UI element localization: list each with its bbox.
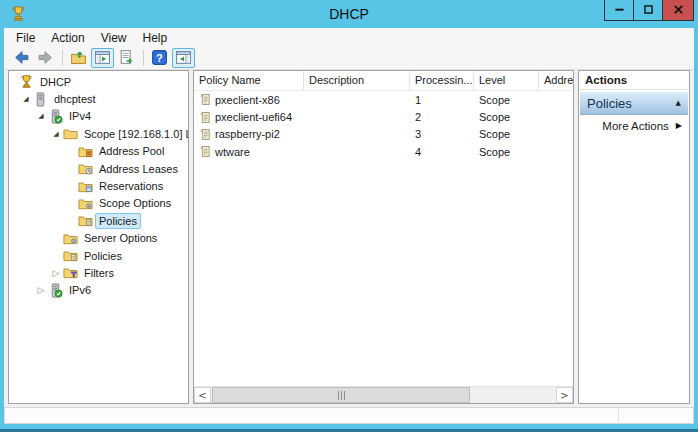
tree-item-server-policies[interactable]: Policies <box>9 247 188 264</box>
tree-item-reservations[interactable]: Reservations <box>9 177 188 194</box>
policy-name-text: pxeclient-uefi64 <box>215 111 292 123</box>
toolbar: ? <box>4 47 694 70</box>
show-console-tree-icon <box>94 49 111 68</box>
policy-row-raspberry-pi2[interactable]: raspberry-pi23Scope <box>194 126 573 143</box>
toolbar-show-console-tree-button[interactable] <box>91 48 114 68</box>
toolbar-show-action-pane-button[interactable] <box>172 48 195 68</box>
column-header-description[interactable]: Description <box>304 71 410 90</box>
maximize-button[interactable] <box>633 0 663 21</box>
expanded-arrow-icon[interactable]: ◢ <box>19 95 33 103</box>
more-actions-button[interactable]: More Actions ▶ <box>579 115 689 136</box>
toolbar-back-arrow-button[interactable] <box>10 48 33 68</box>
tree-item-server-options[interactable]: Server Options <box>9 230 188 247</box>
more-actions-label: More Actions <box>602 120 668 132</box>
menu-help[interactable]: Help <box>135 29 176 47</box>
console-tree-pane: DHCP◢dhcptest◢IPv4◢Scope [192.168.1.0] L… <box>8 70 189 404</box>
address-pool-icon <box>78 144 93 159</box>
actions-section-label: Policies <box>587 96 632 111</box>
back-arrow-icon <box>13 49 30 68</box>
scrollbar-track[interactable] <box>211 387 556 403</box>
tree-item-address-pool[interactable]: Address Pool <box>9 143 188 160</box>
tree-item-label[interactable]: Scope [192.168.1.0] LAN <box>80 126 189 142</box>
policy-icon <box>199 145 212 158</box>
collapsed-arrow-icon[interactable]: ▷ <box>34 285 48 295</box>
tree-item-label[interactable]: dhcptest <box>50 91 100 107</box>
window-controls <box>605 0 694 21</box>
toolbar-export-list-button[interactable] <box>115 48 138 68</box>
toolbar-separator <box>143 50 144 66</box>
actions-section-policies[interactable]: Policies ▲ <box>580 92 688 115</box>
titlebar[interactable]: DHCP <box>0 0 698 28</box>
more-actions-arrow-icon: ▶ <box>676 121 682 130</box>
tree-item-scope-192-168-1-0-lan[interactable]: ◢Scope [192.168.1.0] LAN <box>9 125 188 142</box>
tree-item-label[interactable]: Scope Options <box>95 195 175 211</box>
cell-policy-name: pxeclient-uefi64 <box>194 111 304 124</box>
collapsed-arrow-icon[interactable]: ▷ <box>49 268 63 278</box>
policy-name-text: raspberry-pi2 <box>215 128 280 140</box>
help-icon: ? <box>151 49 168 68</box>
server-ok-icon <box>48 283 63 298</box>
column-header-policy-name[interactable]: Policy Name <box>194 71 304 90</box>
policy-icon <box>199 111 212 124</box>
cell-level: Scope <box>474 94 539 106</box>
scrollbar-thumb[interactable] <box>212 387 470 403</box>
tree-item-label[interactable]: Address Pool <box>95 143 168 159</box>
toolbar-forward-arrow-button[interactable] <box>34 48 57 68</box>
cell-processin: 2 <box>410 111 474 123</box>
dhcp-mmc-window: DHCP FileActionViewHelp ? DHCP◢dhcptest◢… <box>0 0 698 432</box>
results-pane: Policy NameDescriptionProcessin...LevelA… <box>193 70 574 404</box>
tree-item-label[interactable]: Address Leases <box>95 161 182 177</box>
tree-item-scope-options[interactable]: Scope Options <box>9 195 188 212</box>
close-button[interactable] <box>662 0 694 21</box>
server-icon <box>33 92 48 107</box>
minimize-button[interactable] <box>604 0 634 21</box>
cell-policy-name: wtware <box>194 145 304 158</box>
tree-item-dhcp-root[interactable]: DHCP <box>9 73 188 90</box>
tree-item-label[interactable]: Policies <box>80 248 126 264</box>
tree-item-ipv6[interactable]: ▷IPv6 <box>9 282 188 299</box>
tree-item-scope-policies[interactable]: Policies <box>9 212 188 229</box>
scroll-right-button[interactable]: > <box>556 387 573 403</box>
menu-view[interactable]: View <box>93 29 135 47</box>
menu-file[interactable]: File <box>8 29 43 47</box>
cell-processin: 3 <box>410 128 474 140</box>
dhcp-root-icon <box>19 74 34 89</box>
policies-icon <box>78 213 93 228</box>
tree-item-address-leases[interactable]: Address Leases <box>9 160 188 177</box>
tree-item-label[interactable]: Policies <box>95 213 141 229</box>
horizontal-scrollbar[interactable]: < > <box>194 386 573 403</box>
toolbar-help-button[interactable]: ? <box>148 48 171 68</box>
tree-item-label[interactable]: Server Options <box>80 230 161 246</box>
tree-item-label[interactable]: Reservations <box>95 178 167 194</box>
cell-level: Scope <box>474 146 539 158</box>
tree-item-label[interactable]: IPv4 <box>65 108 95 124</box>
policy-name-text: pxeclient-x86 <box>215 94 280 106</box>
policies-icon <box>63 248 78 263</box>
policy-row-wtware[interactable]: wtware4Scope <box>194 143 573 160</box>
expanded-arrow-icon[interactable]: ◢ <box>34 112 48 120</box>
expanded-arrow-icon[interactable]: ◢ <box>49 130 63 138</box>
scroll-left-button[interactable]: < <box>194 387 211 403</box>
column-header-level[interactable]: Level <box>474 71 539 90</box>
policy-row-pxeclient-uefi64[interactable]: pxeclient-uefi642Scope <box>194 108 573 125</box>
status-bar-divider <box>618 409 619 422</box>
column-header-processin[interactable]: Processin... <box>410 71 474 90</box>
tree-item-label[interactable]: DHCP <box>36 74 75 90</box>
toolbar-up-one-level-button[interactable] <box>67 48 90 68</box>
column-header-addres[interactable]: Addres <box>539 71 573 90</box>
tree-item-ipv4[interactable]: ◢IPv4 <box>9 108 188 125</box>
tree-item-label[interactable]: IPv6 <box>65 282 95 298</box>
server-options-icon <box>63 231 78 246</box>
actions-pane-title: Actions <box>579 71 689 90</box>
minimize-icon <box>613 3 626 18</box>
cell-level: Scope <box>474 128 539 140</box>
policy-row-pxeclient-x86[interactable]: pxeclient-x861Scope <box>194 91 573 108</box>
menu-action[interactable]: Action <box>43 29 92 47</box>
server-ok-icon <box>48 109 63 124</box>
scope-options-icon <box>78 196 93 211</box>
tree-item-filters[interactable]: ▷Filters <box>9 264 188 281</box>
cell-level: Scope <box>474 111 539 123</box>
tree-item-label[interactable]: Filters <box>80 265 118 281</box>
tree-item-server-dhcptest[interactable]: ◢dhcptest <box>9 90 188 107</box>
collapse-section-icon[interactable]: ▲ <box>676 99 681 107</box>
